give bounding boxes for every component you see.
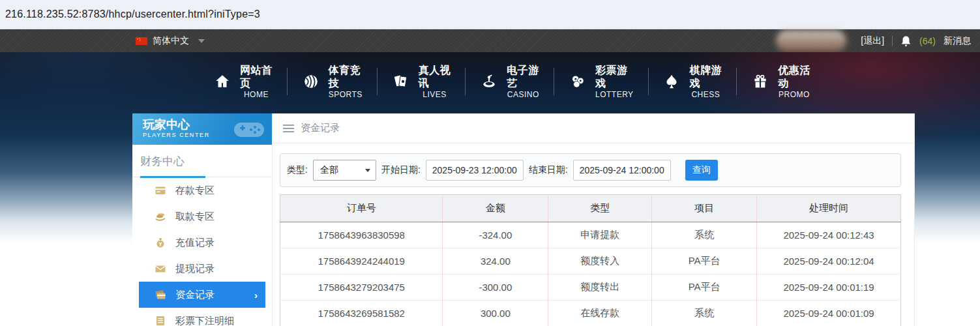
roulette-icon (480, 72, 498, 91)
home-icon (213, 72, 231, 91)
address-bar[interactable]: 216.118.235.52:8783/hhcp/usercenter.html… (0, 0, 980, 29)
sidebar-item-withdrawal-records[interactable]: 提现记录 (132, 256, 272, 282)
section-underline (140, 176, 205, 178)
nav-item-lives[interactable]: 真人视讯LIVES (378, 62, 466, 101)
sidebar-item-recharge-records[interactable]: 充值记录 (132, 230, 272, 256)
search-button[interactable]: 查询 (685, 160, 718, 181)
nav-label-zh: 电子游艺 (507, 64, 539, 90)
sidebar-item-label: 取款专区 (175, 211, 215, 223)
cell-amount: -300.00 (443, 274, 548, 301)
nav-label-en: PROMO (779, 90, 810, 100)
players-center-header[interactable]: 玩家中心 PLAYERS CENTER (132, 113, 272, 145)
sidebar-item-label: 充值记录 (175, 237, 215, 249)
sidebar-item-fund-records[interactable]: 资金记录 › (139, 282, 265, 308)
nav-label-zh: 彩票游戏 (595, 64, 634, 90)
fund-records-table: 订单号 金额 类型 项目 处理时间 1758643963830598 -324.… (280, 194, 901, 326)
type-select[interactable]: 全部 (313, 160, 376, 181)
table-header-row: 订单号 金额 类型 项目 处理时间 (280, 195, 901, 222)
sidebar: 玩家中心 PLAYERS CENTER 财务中心 存款专区 取款专区 (132, 113, 272, 326)
sidebar-item-label: 彩票下注明细 (175, 315, 234, 326)
header-type: 类型 (548, 195, 652, 222)
cell-type: 申请提款 (548, 222, 652, 248)
sports-ball-icon (302, 72, 320, 91)
start-date-label: 开始日期: (381, 164, 421, 176)
main-nav: 网站首页HOME 体育竞技SPORTS 真人视讯LIVES 电子游艺CASINO (199, 52, 825, 111)
nav-label-en: SPORTS (329, 90, 363, 100)
main-panel: 资金记录 类型: 全部 开始日期: 结束日期: 查询 订单号 金额 类型 项目 (272, 113, 915, 326)
sidebar-item-lottery-bet-details[interactable]: 彩票下注明细 (132, 308, 272, 326)
sidebar-item-withdraw-zone[interactable]: 取款专区 (132, 203, 272, 230)
page-url[interactable]: 216.118.235.52:8783/hhcp/usercenter.html… (5, 8, 260, 20)
sidebar-item-label: 存款专区 (175, 185, 215, 197)
finance-center-section: 财务中心 (132, 145, 272, 177)
cell-type: 额度转出 (548, 274, 652, 301)
start-date-input[interactable] (426, 160, 524, 181)
bell-icon[interactable] (900, 35, 912, 47)
table-row: 1758643269581582 300.00 在线存款 系统 2025-09-… (280, 301, 901, 326)
nav-label-zh: 网站首页 (240, 64, 273, 90)
cell-project: PA平台 (652, 248, 757, 274)
cell-amount: 300.00 (443, 301, 548, 326)
money-bag-icon (155, 237, 166, 248)
nav-item-casino[interactable]: 电子游艺CASINO (466, 62, 554, 101)
topbar: 简体中文 [退出] (64) 新消息 (0, 29, 980, 52)
end-date-label: 结束日期: (529, 164, 568, 176)
nav-item-promo[interactable]: 优惠活动PROMO (737, 62, 825, 101)
sidebar-item-deposit-zone[interactable]: 存款专区 (132, 177, 272, 203)
nav-label-zh: 棋牌游戏 (689, 64, 722, 90)
header-project: 项目 (652, 195, 757, 222)
wallet-cards-icon (155, 289, 166, 301)
table-row: 1758643279203475 -300.00 额度转出 PA平台 2025-… (280, 274, 901, 301)
username-redacted (776, 30, 846, 52)
nav-label-zh: 优惠活动 (778, 64, 810, 90)
nav-item-chess[interactable]: 棋牌游戏CHESS (648, 62, 736, 101)
lottery-balls-icon (569, 72, 587, 91)
page-title: 资金记录 (301, 122, 340, 134)
table-row: 1758643924244019 324.00 额度转入 PA平台 2025-0… (280, 248, 901, 274)
nav-label-en: HOME (244, 90, 269, 100)
nav-label-en: CASINO (507, 90, 539, 100)
cell-amount: 324.00 (443, 248, 548, 274)
deposit-card-icon (155, 185, 166, 196)
cell-order-id: 1758643279203475 (280, 274, 443, 301)
filter-bar: 类型: 全部 开始日期: 结束日期: 查询 (280, 153, 901, 187)
chevron-down-icon (365, 169, 370, 172)
language-label: 简体中文 (153, 35, 189, 47)
chevron-right-icon: › (254, 289, 258, 301)
cell-order-id: 1758643963830598 (280, 222, 443, 248)
envelope-icon (155, 263, 166, 274)
topbar-divider (892, 36, 893, 46)
breadcrumb: 资金记录 (273, 113, 914, 143)
nav-label-zh: 真人视讯 (419, 64, 451, 90)
nav-item-sports[interactable]: 体育竞技SPORTS (288, 62, 377, 101)
china-flag-icon (136, 37, 147, 45)
cell-processed-time: 2025-09-24 00:01:09 (757, 301, 901, 326)
sidebar-item-label: 提现记录 (175, 263, 215, 275)
type-select-value: 全部 (320, 164, 338, 176)
message-count[interactable]: (64) (919, 36, 936, 46)
header-amount: 金额 (443, 195, 548, 222)
header-processed-time: 处理时间 (757, 195, 901, 222)
message-label[interactable]: 新消息 (943, 35, 971, 47)
nav-label-en: LIVES (423, 90, 447, 100)
header-order-id: 订单号 (280, 195, 443, 222)
end-date-input[interactable] (573, 160, 671, 181)
cell-project: 系统 (652, 222, 757, 248)
cell-type: 额度转入 (548, 248, 652, 274)
gift-icon (751, 72, 769, 91)
document-icon (155, 315, 166, 326)
cell-processed-time: 2025-09-24 00:12:04 (757, 248, 901, 274)
hand-money-icon (155, 211, 166, 222)
sidebar-item-label: 资金记录 (175, 289, 215, 301)
cell-amount: -324.00 (443, 222, 548, 248)
cell-order-id: 1758643269581582 (280, 301, 443, 326)
cell-processed-time: 2025-09-24 00:01:19 (757, 274, 901, 301)
spade-icon (662, 72, 681, 91)
cell-project: PA平台 (652, 274, 757, 301)
nav-item-lottery[interactable]: 彩票游戏LOTTERY (554, 62, 648, 101)
chevron-down-icon (198, 39, 205, 43)
nav-item-home[interactable]: 网站首页HOME (199, 62, 287, 101)
logout-link[interactable]: [退出] (861, 35, 884, 47)
table-row: 1758643963830598 -324.00 申请提款 系统 2025-09… (280, 222, 901, 248)
language-selector[interactable]: 简体中文 (136, 35, 205, 47)
